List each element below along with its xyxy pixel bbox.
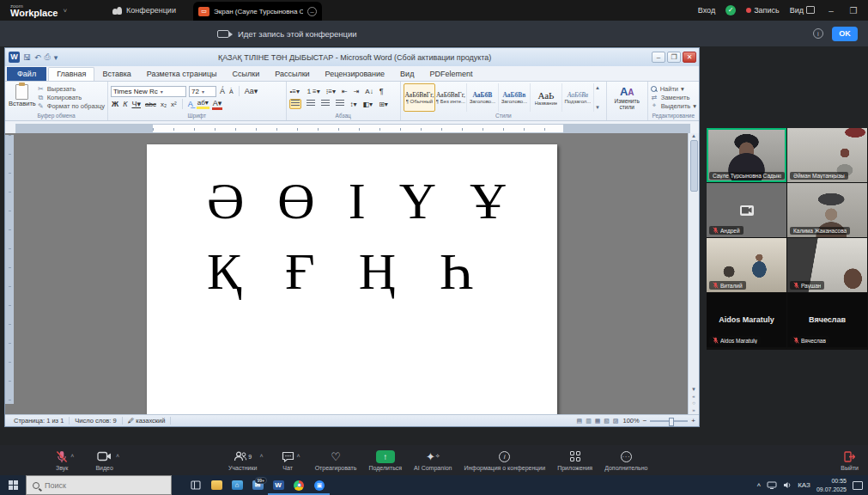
borders-icon[interactable]: ⊞▾	[378, 101, 389, 108]
zoom-in-icon[interactable]: +	[691, 417, 695, 425]
ok-button[interactable]: OK	[832, 27, 858, 41]
word-close-button[interactable]: ✕	[683, 52, 696, 63]
audio-options-chevron[interactable]: ˄	[70, 453, 74, 459]
scroll-down-icon[interactable]: ▼	[691, 387, 696, 392]
vertical-ruler[interactable]	[5, 135, 14, 404]
mail-button[interactable]: ✉ 99+	[247, 475, 268, 495]
scrollbar-thumb[interactable]	[690, 140, 698, 192]
more-button[interactable]: ··· Дополнительно	[598, 445, 653, 475]
participant-tile[interactable]: Сауле Турсыновна Садыкова	[707, 128, 786, 182]
participant-tile[interactable]: Әйман Маутанқызы	[787, 128, 867, 182]
styles-gallery-scroll[interactable]: ▲▼	[594, 83, 601, 112]
close-tab-icon[interactable]: –	[307, 7, 317, 16]
tab-shared-screen[interactable]: ▭ Экран (Сауле Турсыновна Сады –	[193, 2, 322, 21]
react-button[interactable]: ♡ Отреагировать	[309, 445, 363, 475]
word-minimize-button[interactable]: –	[652, 52, 665, 63]
word-maximize-button[interactable]: ❐	[667, 52, 681, 63]
file-explorer-button[interactable]	[206, 475, 227, 495]
meeting-info-button[interactable]: i Информация о конференции	[458, 445, 551, 475]
participant-tile[interactable]: Калима Жаканасова	[787, 183, 867, 237]
apps-button[interactable]: Приложения	[551, 445, 598, 475]
zoom-taskbar-button[interactable]: ▣	[309, 475, 330, 495]
task-view-button[interactable]	[185, 475, 206, 495]
search-input[interactable]	[45, 481, 148, 490]
style-no-spacing[interactable]: АаБбВвГг, ¶ Без инте...	[435, 83, 467, 112]
change-styles-button[interactable]: Изменить стили	[610, 98, 645, 111]
sort-icon[interactable]: А↓	[364, 88, 373, 95]
start-button[interactable]	[0, 475, 26, 495]
info-icon[interactable]: i	[813, 28, 823, 39]
align-right-icon[interactable]	[320, 100, 331, 108]
maximize-button[interactable]: ❐	[847, 6, 859, 15]
share-screen-button[interactable]: ↑ Поделиться	[362, 445, 408, 475]
superscript-icon[interactable]: х²	[170, 101, 178, 108]
word-count[interactable]: Число слов: 9	[70, 417, 122, 425]
leave-button[interactable]: Выйти	[835, 445, 865, 475]
text-effects-icon[interactable]: А̲	[187, 100, 194, 108]
ai-companion-button[interactable]: ✦✧ AI Companion	[408, 445, 458, 475]
audio-button[interactable]: Звук	[50, 445, 74, 475]
align-left-icon[interactable]	[289, 99, 301, 109]
multilevel-list-icon[interactable]: ⁝≡▾	[325, 88, 337, 95]
undo-icon[interactable]: ↶	[34, 53, 41, 62]
style-heading1[interactable]: АаБбВ Заголово...	[467, 83, 499, 112]
horizontal-ruler[interactable]	[15, 124, 690, 133]
video-button[interactable]: Видео	[89, 445, 118, 475]
chat-chevron[interactable]: ˄	[297, 453, 300, 459]
signin-link[interactable]: Вход	[698, 6, 715, 15]
style-subtitle[interactable]: АаБбВв Подзагол...	[562, 83, 594, 112]
participant-tile[interactable]: Aidos Maratuly Aidos Maratuly	[707, 293, 786, 347]
shrink-font-icon[interactable]: А̀	[228, 89, 234, 95]
vertical-scrollbar[interactable]: ▲ ▼ « ○ »	[688, 133, 699, 414]
align-center-icon[interactable]	[306, 100, 316, 108]
style-normal[interactable]: АаБбВвГг, ¶ Обычный	[404, 83, 435, 112]
notification-center-icon[interactable]	[853, 481, 863, 490]
increase-indent-icon[interactable]: ⇥	[353, 88, 361, 95]
ribbon-tab-mailings[interactable]: Рассылки	[267, 68, 317, 81]
copy-button[interactable]: ⧉Копировать	[37, 94, 105, 102]
style-title[interactable]: АаЬ Название	[531, 83, 562, 112]
tab-meetings[interactable]: Конференции	[112, 6, 176, 15]
taskbar-search[interactable]	[26, 475, 172, 495]
scroll-up-icon[interactable]: ▲	[691, 133, 696, 138]
ribbon-tab-references[interactable]: Ссылки	[225, 68, 268, 81]
zoom-level[interactable]: 100%	[622, 417, 639, 425]
view-mode-icons[interactable]: ▤ ▥ ▦ ▧ ▨	[577, 418, 620, 425]
security-shield-icon[interactable]: ✓	[725, 5, 736, 15]
document-page[interactable]: Ә Ө І Ү Ұ Қ Ғ Ң Һ	[147, 144, 557, 414]
language-indicator[interactable]: КАЗ	[798, 481, 810, 489]
participants-chevron[interactable]: ˄	[259, 453, 263, 459]
paste-button[interactable]: Вставить	[8, 83, 37, 112]
highlight-color-icon[interactable]: аб▾	[197, 99, 209, 109]
underline-icon[interactable]: Ч▾	[131, 100, 142, 108]
shading-icon[interactable]: ◧▾	[362, 101, 374, 108]
participants-button[interactable]: 9 Участники	[222, 445, 263, 475]
zoom-out-icon[interactable]: −	[643, 417, 647, 425]
replace-button[interactable]: ⇄Заменить	[651, 94, 696, 101]
italic-icon[interactable]: К	[122, 100, 128, 108]
ribbon-tab-insert[interactable]: Вставка	[94, 68, 138, 81]
participant-tile[interactable]: Раушан	[787, 238, 867, 292]
tray-chevron-icon[interactable]: ˄	[757, 481, 762, 489]
ribbon-tab-home[interactable]: Главная	[48, 67, 94, 81]
pilcrow-icon[interactable]: ¶	[379, 87, 385, 95]
word-logo-icon[interactable]: W	[9, 52, 20, 63]
ribbon-tab-view[interactable]: Вид	[392, 68, 422, 81]
word-titlebar[interactable]: W 🖫 ↶ ⎙ ▾ ҚАЗАҚ ТІЛІНЕ ТӘН ДЫБЫСТАР - Mi…	[5, 48, 699, 66]
change-case-icon[interactable]: Аа▾	[244, 87, 259, 95]
next-page-icon[interactable]: »	[691, 407, 696, 412]
font-family-combo[interactable]: Times New Rc▾	[111, 86, 186, 97]
print-icon[interactable]: ⎙	[45, 52, 51, 62]
speaker-icon[interactable]	[783, 481, 792, 489]
participant-tile[interactable]: Виталий	[707, 238, 786, 292]
view-button[interactable]: Вид	[790, 6, 815, 15]
style-heading2[interactable]: АаБбВв Заголово...	[499, 83, 531, 112]
font-size-combo[interactable]: 72▾	[189, 86, 216, 97]
workspace-chevron-icon[interactable]: ˅	[63, 7, 67, 15]
strikethrough-icon[interactable]: abc	[144, 101, 157, 108]
bullet-list-icon[interactable]: •≡▾	[289, 88, 300, 95]
participant-tile[interactable]: Андрей	[707, 183, 786, 237]
minimize-button[interactable]: –	[825, 6, 837, 15]
ribbon-tab-pdfelement[interactable]: PDFelement	[422, 68, 480, 81]
font-color-icon[interactable]: А▾	[212, 99, 223, 110]
